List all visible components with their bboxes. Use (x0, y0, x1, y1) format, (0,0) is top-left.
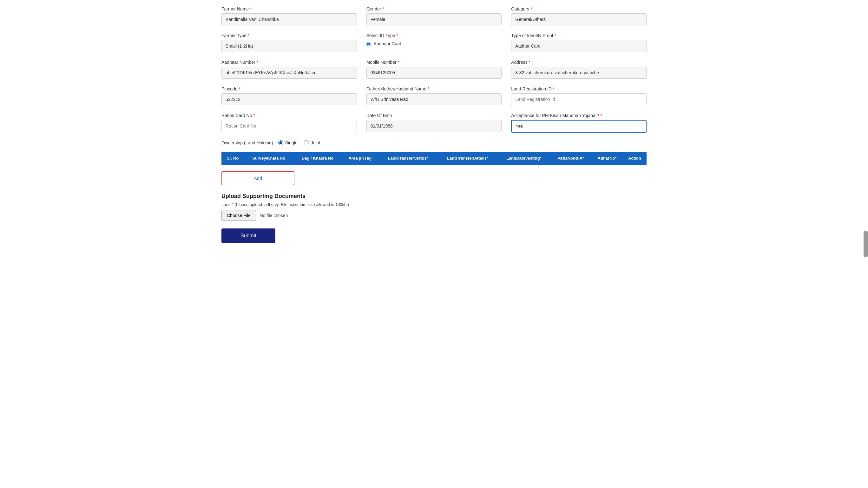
col-dag-khasra-no: Dag / Khasra No (293, 152, 342, 165)
page-wrapper: Farmer Name * Gender * Category * Farmer… (212, 0, 656, 249)
farmer-type-label: Farmer Type * (221, 33, 357, 38)
address-input[interactable] (511, 67, 647, 79)
col-area-in-ha: Area (In Ha) (342, 152, 378, 165)
pincode-group: Pincode * (221, 86, 357, 105)
gender-input[interactable] (366, 13, 502, 25)
land-registration-id-input[interactable] (511, 93, 647, 105)
aadhaar-number-group: Aadhaar Number * (221, 60, 357, 79)
col-land-transfer-status: LandTransferStatus* (378, 152, 437, 165)
land-table-header: Sr. No Survey/Khata No Dag / Khasra No A… (222, 152, 647, 165)
land-registration-id-label: Land Registration ID * (511, 86, 647, 91)
select-id-type-radio-group: Aadhaar Card (366, 40, 502, 46)
col-land-date-vesting: LandDateVesting* (498, 152, 550, 165)
ownership-joint-radio[interactable] (304, 140, 309, 145)
upload-section: Upload Supporting Documents Land * (Plea… (221, 193, 647, 221)
col-action: Action (623, 152, 646, 165)
category-input[interactable] (511, 13, 647, 25)
add-button-wrapper: Add (221, 171, 647, 185)
form-row-1: Farmer Name * Gender * Category * (221, 6, 647, 25)
father-mother-husband-label: Father/Mother/Husband Name * (366, 86, 502, 91)
ownership-options: Single Joint (278, 140, 320, 145)
ownership-label: Ownership (Land Holding) (221, 140, 273, 145)
form-row-3: Aadhaar Number * Mobile Number * Address… (221, 60, 647, 79)
pincode-input[interactable] (221, 93, 357, 105)
select-id-type-group: Select ID Type * Aadhaar Card (366, 33, 502, 52)
type-of-identity-proof-label: Type of Identity Proof * (511, 33, 647, 38)
aadhaar-number-input[interactable] (221, 67, 357, 79)
ownership-single-label[interactable]: Single (278, 140, 298, 145)
mobile-number-group: Mobile Number * (366, 60, 502, 79)
col-survey-khata-no: Survey/Khata No (244, 152, 293, 165)
ration-card-no-group: Ration Card No * (221, 113, 357, 133)
farmer-type-input[interactable] (221, 40, 357, 52)
date-of-birth-group: Date Of Birth (366, 113, 502, 133)
ownership-row: Ownership (Land Holding) Single Joint (221, 140, 647, 145)
acceptance-pm-kisan-group: Acceptance for PM Kisan Mandhan Yojana ?… (511, 113, 647, 133)
pincode-label: Pincode * (221, 86, 357, 91)
form-row-4: Pincode * Father/Mother/Husband Name * L… (221, 86, 647, 105)
aadhaar-number-label: Aadhaar Number * (221, 60, 357, 65)
land-table-header-row: Sr. No Survey/Khata No Dag / Khasra No A… (222, 152, 647, 165)
aadhaar-card-radio[interactable] (366, 42, 371, 46)
col-adhar-no: AdharNo* (591, 152, 623, 165)
col-sr-no: Sr. No (222, 152, 244, 165)
land-table: Sr. No Survey/Khata No Dag / Khasra No A… (221, 152, 647, 165)
aadhaar-card-radio-label[interactable]: Aadhaar Card (374, 41, 401, 46)
address-group: Address * (511, 60, 647, 79)
gender-group: Gender * (366, 6, 502, 25)
father-mother-husband-group: Father/Mother/Husband Name * (366, 86, 502, 105)
mobile-number-input[interactable] (366, 67, 502, 79)
date-of-birth-input[interactable] (366, 120, 502, 132)
farmer-name-input[interactable] (221, 13, 357, 25)
land-registration-id-group: Land Registration ID * (511, 86, 647, 105)
address-label: Address * (511, 60, 647, 65)
choose-file-button[interactable]: Choose File (221, 210, 256, 221)
father-mother-husband-input[interactable] (366, 93, 502, 105)
add-button[interactable]: Add (221, 171, 294, 185)
file-input-row: Choose File No file chosen (221, 210, 647, 221)
mobile-number-label: Mobile Number * (366, 60, 502, 65)
form-row-5: Ration Card No * Date Of Birth Acceptanc… (221, 113, 647, 133)
farmer-name-group: Farmer Name * (221, 6, 357, 25)
ration-card-no-label: Ration Card No * (221, 113, 357, 118)
acceptance-pm-kisan-input[interactable] (511, 120, 647, 133)
ration-card-no-input[interactable] (221, 120, 357, 132)
ownership-single-radio[interactable] (278, 140, 283, 145)
upload-note: Land * (Please upload .pdf only. File ma… (221, 202, 647, 207)
farmer-type-group: Farmer Type * (221, 33, 357, 52)
col-land-transfer-details: LandTransferDetails* (437, 152, 498, 165)
category-label: Category * (511, 6, 647, 11)
upload-title: Upload Supporting Documents (221, 193, 647, 200)
submit-button[interactable]: Submit (221, 228, 275, 243)
col-patta-no-rfa: PattaNo/RFA* (550, 152, 591, 165)
gender-label: Gender * (366, 6, 502, 11)
type-of-identity-proof-input[interactable] (511, 40, 647, 52)
scrollbar[interactable] (864, 231, 868, 249)
farmer-name-label: Farmer Name * (221, 6, 357, 11)
form-row-2: Farmer Type * Select ID Type * Aadhaar C… (221, 33, 647, 52)
ownership-joint-label[interactable]: Joint (304, 140, 320, 145)
category-group: Category * (511, 6, 647, 25)
type-of-identity-proof-group: Type of Identity Proof * (511, 33, 647, 52)
date-of-birth-label: Date Of Birth (366, 113, 502, 118)
acceptance-pm-kisan-label: Acceptance for PM Kisan Mandhan Yojana ?… (511, 113, 647, 118)
select-id-type-label: Select ID Type * (366, 33, 502, 38)
file-chosen-text: No file chosen (260, 213, 288, 218)
